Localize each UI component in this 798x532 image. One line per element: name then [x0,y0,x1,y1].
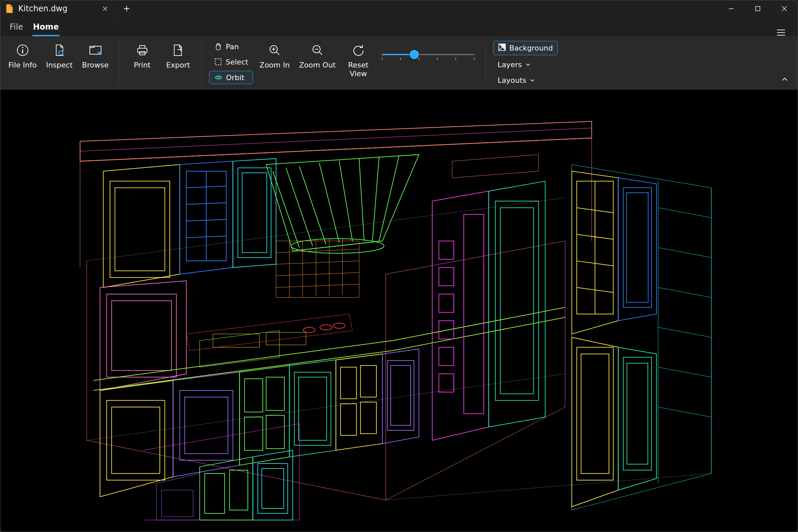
ribbon-separator [202,41,202,85]
maximize-button[interactable] [744,0,771,17]
svg-rect-87 [623,188,651,307]
zoom-in-button[interactable]: Zoom In [257,40,292,72]
ribbon-group-view-settings: Background Layers Layouts [493,40,558,87]
close-tab-button[interactable] [100,4,110,13]
background-button[interactable]: Background [493,41,558,55]
zoom-slider-thumb[interactable] [410,50,419,59]
zoom-out-label: Zoom Out [299,61,336,70]
tab-title: Kitchen.dwg [18,4,96,13]
svg-rect-92 [627,363,648,464]
collapse-ribbon-button[interactable] [781,76,788,85]
svg-rect-0 [756,7,760,11]
svg-point-2 [22,47,23,48]
svg-rect-45 [112,407,160,474]
svg-rect-46 [180,391,233,460]
svg-line-18 [359,158,364,241]
select-icon [214,58,223,66]
info-icon [16,43,29,58]
svg-rect-70 [439,374,454,392]
svg-rect-23 [115,188,165,271]
svg-line-37 [276,273,359,276]
svg-line-38 [276,284,359,288]
svg-point-61 [333,323,345,328]
inspect-icon [53,43,66,58]
svg-rect-56 [341,404,357,435]
titlebar-drag-area[interactable] [137,0,718,17]
ribbon-group-file: File Info Inspect Browse [6,40,111,72]
new-tab-button[interactable] [117,0,137,17]
svg-line-17 [339,160,353,242]
svg-point-60 [320,324,332,330]
svg-line-79 [658,407,711,417]
reset-icon [352,43,365,58]
reset-view-button[interactable]: Reset View [342,40,374,80]
folder-icon [89,43,102,58]
svg-line-78 [658,367,711,377]
file-icon [6,4,14,13]
orbit-button[interactable]: Orbit [209,71,253,84]
svg-rect-33 [112,301,172,371]
svg-line-98 [87,198,565,261]
svg-rect-51 [266,415,284,449]
inspect-button[interactable]: Inspect [43,40,75,72]
select-button[interactable]: Select [209,56,253,68]
svg-rect-65 [439,241,454,259]
svg-rect-34 [276,241,359,298]
svg-rect-93 [205,474,225,513]
export-button[interactable]: Export [162,40,194,72]
svg-line-20 [379,156,399,241]
file-info-button[interactable]: File Info [6,40,39,72]
svg-line-16 [319,163,339,243]
svg-rect-7 [215,59,221,65]
chevron-down-icon [530,76,535,84]
svg-rect-88 [626,193,648,303]
svg-line-75 [658,248,711,258]
overflow-menu-button[interactable] [770,29,792,36]
model-viewport[interactable] [0,90,798,532]
pan-button[interactable]: Pan [209,40,253,53]
document-tab[interactable]: Kitchen.dwg [0,0,117,17]
orbit-label: Orbit [226,74,244,82]
svg-rect-5 [140,45,145,48]
svg-rect-47 [185,397,228,454]
zoom-slider[interactable] [378,40,478,56]
print-icon [136,43,149,58]
svg-rect-68 [439,321,454,339]
svg-line-100 [386,474,711,500]
select-label: Select [226,58,248,66]
svg-rect-55 [360,365,376,397]
svg-rect-72 [495,201,539,401]
svg-rect-89 [577,347,613,480]
svg-rect-53 [299,377,326,440]
zoom-out-button[interactable]: Zoom Out [296,40,338,72]
ribbon-separator [486,41,486,85]
svg-rect-32 [107,294,176,377]
svg-rect-73 [500,208,534,394]
background-icon [498,43,506,53]
svg-rect-91 [623,357,651,470]
menu-file[interactable]: File [6,19,27,36]
svg-line-35 [276,249,359,253]
ribbon-separator [119,41,119,85]
svg-rect-4 [138,48,147,53]
svg-rect-44 [107,400,165,480]
layouts-dropdown[interactable]: Layouts [493,74,558,87]
layers-dropdown[interactable]: Layers [493,58,558,71]
svg-rect-54 [341,367,357,399]
svg-rect-22 [110,181,170,278]
browse-button[interactable]: Browse [79,40,111,72]
close-window-button[interactable] [771,0,798,17]
svg-rect-94 [229,470,248,510]
svg-rect-96 [262,469,284,508]
menu-strip: File Home [0,17,798,36]
svg-rect-30 [238,168,271,258]
menu-home[interactable]: Home [29,19,63,36]
zoom-out-icon [311,43,324,58]
print-button[interactable]: Print [126,40,158,72]
export-icon [172,43,185,58]
ribbon: File Info Inspect Browse Print [0,36,798,90]
svg-rect-66 [439,268,454,286]
wireframe-rendering [0,90,798,532]
minimize-button[interactable] [718,0,744,17]
zoom-in-icon [268,43,281,58]
